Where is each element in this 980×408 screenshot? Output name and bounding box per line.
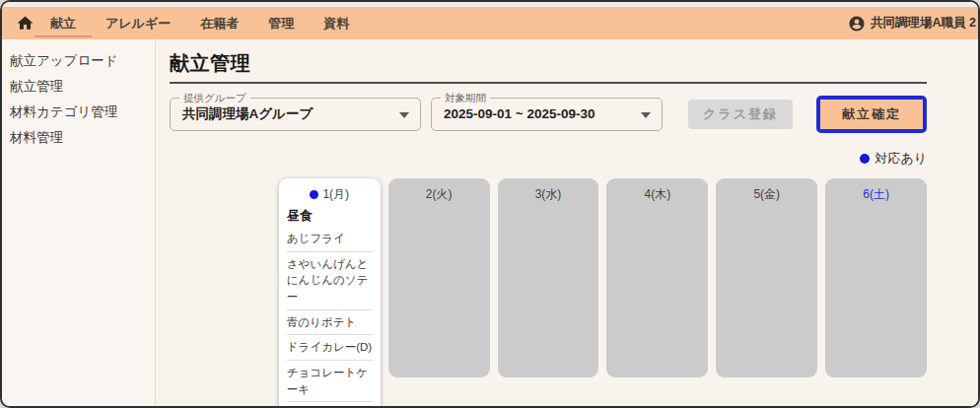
calendar-day-cell-3(水)[interactable]: 3(水) <box>498 178 599 377</box>
target-period-label: 対象期間 <box>441 92 490 103</box>
meal-item: ドライカレー(D) <box>287 335 373 361</box>
provide-group-label: 提供グループ <box>179 92 250 103</box>
day-label: 2(火) <box>388 186 490 203</box>
body: 献立アップロード献立管理材料カテゴリ管理材料管理 献立管理 提供グループ 共同調… <box>2 39 978 408</box>
calendar-day-cell-4(木)[interactable]: 4(木) <box>606 178 708 377</box>
sidebar-item-2[interactable]: 材料カテゴリ管理 <box>10 100 151 125</box>
day-header: 1(月) <box>287 185 373 206</box>
filter-row: 提供グループ 共同調理場Aグループ 対象期間 2025-09-01 ~ 2025… <box>170 96 927 133</box>
day-label: 5(金) <box>716 186 817 203</box>
nav-tab-3[interactable]: 管理 <box>268 6 294 41</box>
sidebar-item-1[interactable]: 献立管理 <box>10 74 151 100</box>
app-window: 献立アレルギー在籍者管理資料 共同調理場A職員 2 献立アップロード献立管理材料… <box>0 0 980 408</box>
sidebar-item-3[interactable]: 材料管理 <box>10 125 151 151</box>
dropdown-arrow-icon <box>399 112 409 118</box>
calendar-grid: 1(月)昼食あじフライさやいんげんとにんじんのソテー青のりポテトドライカレー(D… <box>170 178 927 408</box>
title-divider <box>170 82 927 84</box>
main-content: 献立管理 提供グループ 共同調理場Aグループ 対象期間 2025-09-01 ~… <box>156 39 978 408</box>
nav-tab-0[interactable]: 献立 <box>50 6 76 41</box>
nav-tabs: 献立アレルギー在籍者管理資料 <box>50 7 349 39</box>
user-account[interactable]: 共同調理場A職員 2 <box>848 15 976 33</box>
nav-tab-2[interactable]: 在籍者 <box>200 6 239 41</box>
meal-item: チョコレートケーキ <box>287 361 373 402</box>
home-icon[interactable] <box>16 14 35 33</box>
nav-tab-4[interactable]: 資料 <box>323 6 349 41</box>
calendar-day-cell-6(土)[interactable]: 6(土) <box>825 178 927 377</box>
day-label: 6(土) <box>825 186 927 203</box>
legend-text: 対応あり <box>875 150 927 168</box>
menu-confirm-highlight: 献立確定 <box>816 96 927 133</box>
legend-dot-icon <box>860 154 870 164</box>
day-label: 3(水) <box>498 186 599 203</box>
provide-group-select[interactable]: 提供グループ 共同調理場Aグループ <box>170 98 421 131</box>
calendar-menu-card-1(月)[interactable]: 1(月)昼食あじフライさやいんげんとにんじんのソテー青のりポテトドライカレー(D… <box>279 178 381 408</box>
day-label: 4(木) <box>606 186 708 203</box>
nav-tab-1[interactable]: アレルギー <box>105 6 171 41</box>
sidebar: 献立アップロード献立管理材料カテゴリ管理材料管理 <box>2 39 156 408</box>
meal-item: あじフライ <box>287 227 373 252</box>
sidebar-item-0[interactable]: 献立アップロード <box>10 48 151 74</box>
meal-item: 青のりポテト <box>287 310 373 336</box>
meal-item: ごはん <box>287 402 373 408</box>
top-nav: 献立アレルギー在籍者管理資料 共同調理場A職員 2 <box>2 7 978 39</box>
dropdown-arrow-icon <box>641 112 651 118</box>
calendar-day-cell-5(金)[interactable]: 5(金) <box>716 178 817 377</box>
menu-confirm-button[interactable]: 献立確定 <box>820 100 923 129</box>
meal-item: さやいんげんとにんじんのソテー <box>287 252 373 310</box>
legend: 対応あり <box>170 150 927 168</box>
day-label: 1(月) <box>322 186 349 203</box>
user-name: 共同調理場A職員 2 <box>871 15 976 32</box>
target-period-select[interactable]: 対象期間 2025-09-01 ~ 2025-09-30 <box>431 98 663 131</box>
calendar-day-cell-2(火)[interactable]: 2(火) <box>388 178 490 377</box>
class-register-button: クラス登録 <box>688 100 793 129</box>
page-title: 献立管理 <box>170 50 978 77</box>
account-circle-icon <box>848 15 866 33</box>
calendar-empty-cell <box>170 178 271 377</box>
meal-title: 昼食 <box>287 206 373 227</box>
handled-dot-icon <box>310 190 318 199</box>
